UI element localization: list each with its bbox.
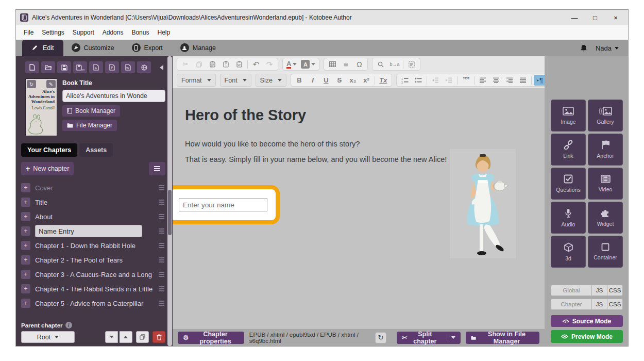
cover-refresh-icon[interactable]: ↻ <box>27 80 36 88</box>
chapter-row-5[interactable]: + Chapter 5 - Advice from a Caterpillar <box>21 296 165 310</box>
parent-chapter-select[interactable]: Root <box>21 331 75 343</box>
clear-formatting-button[interactable]: Tx <box>377 75 389 86</box>
drag-handle-icon[interactable] <box>159 259 164 260</box>
export-word-button[interactable]: W <box>121 61 135 73</box>
chapter-label[interactable]: Chapter 1 - Down the Rabbit Hole <box>35 242 154 250</box>
tab-manage[interactable]: Manage <box>172 40 225 56</box>
cut-icon[interactable]: ✂ <box>179 59 192 70</box>
drag-handle-icon[interactable] <box>159 231 164 232</box>
drag-handle-icon[interactable] <box>159 245 164 246</box>
align-left-icon[interactable] <box>477 75 489 86</box>
tab-edit[interactable]: Edit <box>22 40 63 56</box>
format-select[interactable]: Format <box>177 74 216 87</box>
add-subchapter-icon[interactable]: + <box>21 241 30 250</box>
paste-as-text-icon[interactable]: T <box>219 59 232 70</box>
chapter-label[interactable]: Title <box>35 199 154 206</box>
drag-handle-icon[interactable] <box>159 303 164 304</box>
chapter-list-menu-button[interactable] <box>149 162 165 175</box>
insert-link-button[interactable]: Link <box>551 134 586 166</box>
chapter-label[interactable]: About <box>35 213 154 221</box>
insert-3d-button[interactable]: 3d <box>551 236 586 268</box>
move-chapter-down-button[interactable] <box>105 331 118 343</box>
minimize-button[interactable]: — <box>564 11 585 24</box>
save-button[interactable] <box>57 61 71 73</box>
info-icon[interactable]: i <box>65 322 72 329</box>
chapter-paragraph[interactable]: How would you like to become the hero of… <box>185 140 360 148</box>
chapter-row-cover[interactable]: + Cover <box>21 180 165 195</box>
collapse-sidebar-icon[interactable] <box>157 65 163 70</box>
chapter-row-2[interactable]: + Chapter 2 - The Pool of Tears <box>21 253 165 267</box>
new-chapter-button[interactable]: + New chapter <box>21 162 74 175</box>
ordered-list-icon[interactable]: 12 <box>399 75 411 86</box>
align-center-icon[interactable] <box>490 75 502 86</box>
insert-widget-button[interactable]: Widget <box>588 202 623 234</box>
insert-questions-button[interactable]: Questions <box>551 168 586 200</box>
drag-handle-icon[interactable] <box>159 274 164 275</box>
add-subchapter-icon[interactable]: + <box>21 255 30 265</box>
outdent-icon[interactable] <box>429 75 442 86</box>
close-button[interactable]: × <box>605 11 626 24</box>
new-book-button[interactable] <box>25 61 39 73</box>
insert-audio-button[interactable]: Audio <box>551 202 586 234</box>
drag-handle-icon[interactable] <box>159 202 164 203</box>
redo-icon[interactable]: ↷ <box>263 59 276 70</box>
drag-handle-icon[interactable] <box>159 216 164 217</box>
special-character-icon[interactable]: Ω <box>353 59 365 70</box>
alice-image[interactable] <box>450 149 516 258</box>
menu-support[interactable]: Support <box>69 27 98 38</box>
menu-bonus[interactable]: Bonus <box>128 27 152 38</box>
align-justify-icon[interactable] <box>517 75 529 86</box>
cover-edit-icon[interactable]: ✎ <box>46 80 56 88</box>
global-css-button[interactable]: CSS <box>607 285 623 296</box>
book-manager-button[interactable]: Book Manager <box>62 105 120 117</box>
paste-from-word-icon[interactable]: W <box>233 59 245 70</box>
add-subchapter-icon[interactable]: + <box>21 284 30 293</box>
save-as-button[interactable] <box>73 61 87 73</box>
split-chapter-button[interactable]: ✂ Split chapter <box>397 332 461 344</box>
book-title-input[interactable] <box>62 90 165 102</box>
chapter-label[interactable]: Chapter 4 - The Rabbit Sends in a Little… <box>35 285 154 293</box>
select-all-icon[interactable] <box>405 59 418 70</box>
chapter-rename-input[interactable] <box>35 225 142 237</box>
delete-chapter-button[interactable] <box>152 331 165 343</box>
insert-anchor-button[interactable]: Anchor <box>588 134 623 166</box>
menu-help[interactable]: Help <box>154 27 174 38</box>
menu-settings[interactable]: Settings <box>38 27 67 38</box>
superscript-button[interactable]: x² <box>360 75 372 86</box>
insert-table-icon[interactable] <box>326 59 338 70</box>
text-color-button[interactable]: A <box>285 59 298 70</box>
italic-button[interactable]: I <box>307 75 319 86</box>
chapter-label[interactable]: Chapter 2 - The Pool of Tears <box>35 256 154 264</box>
open-book-button[interactable] <box>41 61 55 73</box>
background-color-button[interactable]: A <box>299 59 317 70</box>
chapter-js-button[interactable]: JS <box>592 299 607 310</box>
insert-gallery-button[interactable]: Gallery <box>588 100 623 132</box>
chapter-row-4[interactable]: + Chapter 4 - The Rabbit Sends in a Litt… <box>21 282 165 296</box>
copy-icon[interactable] <box>193 59 205 70</box>
chapter-heading[interactable]: Hero of the Story <box>185 107 306 124</box>
sidebar-scrollbar-thumb[interactable] <box>168 190 172 235</box>
tab-assets[interactable]: Assets <box>79 143 113 157</box>
export-web-button[interactable] <box>137 61 151 73</box>
add-subchapter-icon[interactable]: + <box>21 198 30 207</box>
chapter-css-button[interactable]: CSS <box>607 299 623 310</box>
add-subchapter-icon[interactable]: + <box>21 226 30 236</box>
strikethrough-button[interactable]: S <box>333 75 346 86</box>
chapter-label[interactable]: Chapter 5 - Advice from a Caterpillar <box>35 300 154 307</box>
file-manager-button[interactable]: File Manager <box>62 120 117 131</box>
chapter-label[interactable]: Chapter 3 - A Caucus-Race and a Long T <box>35 271 154 278</box>
subscript-button[interactable]: x₂ <box>347 75 359 86</box>
chapter-row-about[interactable]: + About <box>21 209 165 224</box>
user-menu[interactable]: Nada <box>591 42 623 54</box>
refresh-path-button[interactable]: ↻ <box>375 332 386 343</box>
sidebar-scrollbar[interactable] <box>167 56 172 346</box>
bold-button[interactable]: B <box>293 75 306 86</box>
indent-icon[interactable] <box>443 75 455 86</box>
menu-file[interactable]: File <box>20 27 37 38</box>
add-subchapter-icon[interactable]: + <box>21 183 30 192</box>
add-subchapter-icon[interactable]: + <box>21 270 30 279</box>
bullet-list-icon[interactable] <box>412 75 425 86</box>
paste-icon[interactable] <box>206 59 218 70</box>
chapter-properties-button[interactable]: ⚙ Chapter properties <box>178 332 244 344</box>
move-chapter-up-button[interactable] <box>120 331 132 343</box>
